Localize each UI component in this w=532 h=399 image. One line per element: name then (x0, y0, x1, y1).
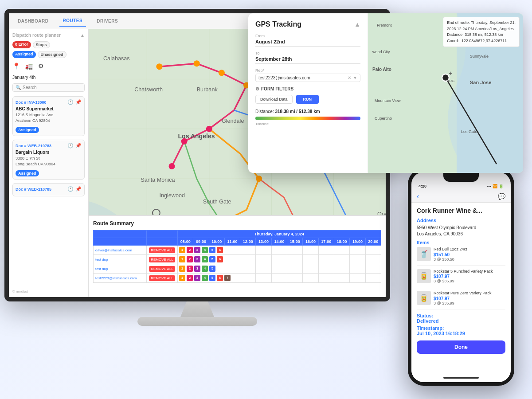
phone-timestamp-label: Timestamp: (417, 325, 505, 331)
phone-item-price-3: $107.97 (434, 296, 505, 301)
block-3-6: 7 (224, 275, 231, 281)
cell-2-9 (318, 264, 334, 274)
driver-col-header (94, 231, 147, 238)
search-box[interactable]: 🔍 (12, 83, 85, 92)
settings-icon[interactable]: ⚙ (38, 63, 44, 70)
time-slot-2: 10:00 (209, 238, 224, 246)
pin-icon[interactable]: 📌 (75, 99, 82, 105)
rep-dropdown-icon[interactable]: ▼ (353, 75, 357, 80)
remove-all-1[interactable]: REMOVE ALL (147, 255, 178, 264)
svg-point-20 (168, 163, 175, 169)
remove-all-button-0[interactable]: REMOVE ALL (149, 247, 175, 253)
block-2-3: 4 (202, 266, 208, 272)
assigned-badge: Assigned (12, 51, 36, 58)
tab-drivers[interactable]: DRIVERS (93, 16, 121, 26)
remove-all-header (147, 231, 178, 238)
route-name-1: ABC Supermarket (16, 106, 82, 111)
svg-text:San Jose: San Jose (470, 80, 491, 85)
svg-text:Chatsworth: Chatsworth (134, 86, 163, 93)
monitor-neck (180, 301, 215, 319)
cell-3-12 (365, 274, 381, 283)
route-actions-2: 🕐 📌 (67, 143, 82, 149)
remove-all-0[interactable]: REMOVE ALL (147, 246, 178, 255)
signal-icon: ▪▪▪ (487, 184, 491, 188)
phone-item-price-2: $107.97 (434, 274, 505, 279)
cell-3-7 (287, 274, 303, 283)
pin-icon-3[interactable]: 📌 (75, 186, 82, 192)
remove-all-button-3[interactable]: REMOVE ALL (149, 275, 175, 281)
cell-3-5 (256, 274, 271, 283)
phone-item-img-1: 🥤 (417, 247, 431, 261)
clock-icon[interactable]: 🕐 (67, 99, 74, 105)
driver-name-1: test dup (94, 255, 147, 264)
route-city-2: Long Beach CA 90804 (16, 161, 82, 167)
phone-address-value: 5950 West Olympic BoulevardLos Angeles, … (417, 225, 505, 237)
messenger-icon[interactable]: 💬 (498, 193, 505, 200)
svg-text:Santa Monica: Santa Monica (141, 177, 175, 183)
wifi-icon: 🛜 (493, 184, 497, 188)
tab-routes[interactable]: ROUTES (59, 16, 86, 27)
time-slot-9: 17:00 (318, 238, 334, 246)
phone-back-button[interactable]: ‹ (417, 192, 419, 200)
cell-1-7 (287, 255, 303, 264)
time-slot-11: 19:00 (350, 238, 365, 246)
cell-0-0: 123456 (178, 246, 256, 255)
phone-item-qty-3: 3 @ $35.99 (434, 301, 505, 305)
phone-nav-bar: ‹ 💬 (411, 191, 511, 203)
svg-point-21 (256, 176, 262, 182)
block-3-4: 5 (209, 275, 215, 281)
cell-2-11 (350, 264, 365, 274)
block-2-0: 1 (179, 266, 185, 272)
cell-2-8 (303, 264, 318, 274)
block-1-5: 6 (217, 256, 223, 262)
clock-icon-3[interactable]: 🕐 (67, 186, 74, 192)
svg-text:+: + (449, 70, 452, 77)
clock-icon-2[interactable]: 🕐 (67, 143, 74, 149)
remove-all-button-2[interactable]: REMOVE ALL (149, 266, 175, 272)
svg-text:Inglewood: Inglewood (159, 192, 185, 199)
tab-dashboard[interactable]: DASHBOARD (14, 16, 52, 26)
pin-icon-2[interactable]: 📌 (75, 143, 82, 149)
phone-item-row-1: 🥤 Red Bull 12oz 24ct $151.50 3 @ $50.50 (417, 247, 505, 266)
svg-point-16 (219, 70, 225, 76)
remove-all-2[interactable]: REMOVE ALL (147, 264, 178, 274)
phone-address-section: Address (417, 218, 505, 223)
download-data-button[interactable]: Download Data (255, 95, 293, 104)
run-button[interactable]: RUN (296, 95, 319, 104)
gps-close-button[interactable]: ▲ (354, 21, 360, 28)
location-icon[interactable]: 📍 (12, 63, 20, 70)
block-0-0: 1 (179, 247, 185, 253)
block-2-2: 3 (194, 266, 200, 272)
driver-name-0: driver@insitusales.com (94, 246, 147, 255)
route-card-3[interactable]: Doc # WEB-210785 🕐 📌 (12, 183, 85, 196)
phone-shell: 4:20 ▪▪▪ 🛜 🔋 ‹ 💬 Cork Runner Wine &... A… (408, 168, 514, 386)
svg-text:South Gate: South Gate (203, 199, 231, 205)
time-slot-1: 09:00 (193, 238, 209, 246)
route-addr-1: 1216 S Magnolia Ave (16, 112, 82, 118)
cell-2-5 (256, 264, 271, 274)
phone-status-icons: ▪▪▪ 🛜 🔋 (487, 184, 504, 188)
monitor-base (137, 317, 257, 326)
cell-2-12 (365, 264, 381, 274)
gps-to-field: To September 28th (255, 51, 360, 64)
svg-text:Fremont: Fremont (377, 23, 392, 27)
phone-screen: 4:20 ▪▪▪ 🛜 🔋 ‹ 💬 Cork Runner Wine &... A… (411, 172, 511, 382)
rep-clear-button[interactable]: ✕ (348, 75, 351, 80)
phone-item-info-1: Red Bull 12oz 24ct $151.50 3 @ $50.50 (434, 247, 505, 262)
truck-icon[interactable]: 🚛 (25, 63, 33, 70)
status-badge-2: Assigned (16, 170, 39, 176)
remove-all-3[interactable]: REMOVE ALL (147, 274, 178, 283)
cell-0-5 (256, 246, 271, 255)
route-card-2[interactable]: Doc # WEB-210783 🕐 📌 Bargain Liquors 330… (12, 140, 85, 180)
svg-text:Palo Alto: Palo Alto (372, 67, 391, 72)
route-card-1[interactable]: Doc # INV-13000 🕐 📌 ABC Supermarket 1216… (12, 96, 85, 136)
gps-info-box: End of route: Thursday, September 21, 20… (443, 17, 520, 47)
cell-0-11 (350, 246, 365, 255)
route-actions-1: 🕐 📌 (67, 99, 82, 105)
remove-all-button-1[interactable]: REMOVE ALL (149, 257, 175, 262)
status-badge-1: Assigned (16, 127, 39, 133)
cell-0-7 (287, 246, 303, 255)
search-input[interactable] (23, 85, 82, 90)
phone-done-button[interactable]: Done (417, 340, 505, 354)
svg-text:Calabasas: Calabasas (103, 55, 130, 62)
